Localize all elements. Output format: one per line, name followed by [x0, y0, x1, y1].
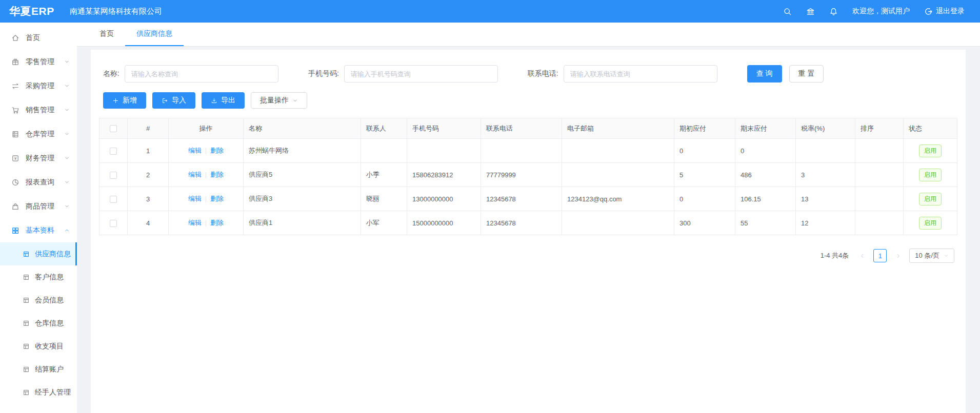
delete-link[interactable]: 删除	[210, 171, 224, 178]
delete-link[interactable]: 删除	[210, 219, 224, 226]
sidebar-item-报表查询[interactable]: 报表查询	[0, 170, 77, 194]
batch-actions-button[interactable]: 批量操作	[251, 92, 307, 109]
tab-首页[interactable]: 首页	[88, 23, 125, 46]
chevron-down-icon	[64, 107, 70, 113]
bell-icon[interactable]	[829, 7, 838, 16]
table-row: 3编辑删除供应商3晓丽13000000000123456781234123@qq…	[99, 187, 957, 211]
document-icon	[23, 274, 30, 281]
sidebar-item-label: 销售管理	[26, 106, 54, 115]
sidebar-subitem-仓库信息[interactable]: 仓库信息	[0, 312, 77, 335]
tab-供应商信息[interactable]: 供应商信息	[125, 23, 184, 46]
cell-sort	[855, 163, 904, 187]
search-icon[interactable]	[783, 7, 792, 16]
row-index: 2	[128, 163, 169, 187]
content-area: 名称:手机号码:联系电话: 查 询 重 置 新增 导入 导出	[77, 47, 980, 413]
logout-button[interactable]: 退出登录	[924, 7, 965, 16]
status-badge[interactable]: 启用	[919, 144, 942, 157]
cell-phone	[407, 139, 481, 163]
sidebar-item-零售管理[interactable]: 零售管理	[0, 50, 77, 74]
query-button-label: 查 询	[756, 69, 773, 78]
sales-icon	[11, 106, 19, 114]
filter-label: 联系电话:	[528, 69, 558, 78]
page-size-select[interactable]: 10 条/页	[909, 249, 954, 263]
filter-input-0[interactable]	[125, 65, 278, 82]
row-checkbox[interactable]	[110, 172, 117, 179]
chevron-down-icon	[944, 253, 949, 258]
add-button[interactable]: 新增	[103, 92, 146, 109]
sidebar-subitem-结算账户[interactable]: 结算账户	[0, 358, 77, 381]
sidebar-item-基本资料[interactable]: 基本资料	[0, 218, 77, 242]
cell-name: 供应商3	[244, 187, 361, 211]
edit-link[interactable]: 编辑	[188, 195, 202, 202]
sidebar-subitem-经手人管理[interactable]: 经手人管理	[0, 381, 77, 404]
bank-icon[interactable]	[806, 7, 815, 16]
row-select-cell	[99, 187, 128, 211]
sidebar-subitem-会员信息[interactable]: 会员信息	[0, 288, 77, 312]
delete-link[interactable]: 删除	[210, 147, 224, 154]
query-button[interactable]: 查 询	[747, 65, 782, 82]
row-checkbox[interactable]	[110, 196, 117, 203]
edit-link[interactable]: 编辑	[188, 147, 202, 154]
row-checkbox[interactable]	[110, 148, 117, 155]
cell-phone: 15000000000	[407, 211, 481, 235]
logout-label: 退出登录	[936, 7, 965, 16]
finance-icon: ¥	[11, 154, 19, 162]
filter-input-1[interactable]	[344, 65, 498, 82]
status-badge[interactable]: 启用	[919, 193, 942, 205]
cell-sort	[855, 139, 904, 163]
cell-tax	[796, 139, 855, 163]
sidebar-subitem-客户信息[interactable]: 客户信息	[0, 265, 77, 288]
chevron-down-icon	[64, 131, 70, 137]
import-button[interactable]: 导入	[152, 92, 195, 109]
column-header-期末应付: 期末应付	[735, 118, 796, 139]
cell-status: 启用	[904, 163, 957, 187]
sidebar-item-财务管理[interactable]: ¥财务管理	[0, 146, 77, 170]
delete-link[interactable]: 删除	[210, 195, 224, 202]
export-button[interactable]: 导出	[202, 92, 245, 109]
select-all-checkbox[interactable]	[110, 125, 117, 132]
import-button-label: 导入	[172, 96, 186, 105]
cell-tax: 12	[796, 211, 855, 235]
filter-label: 名称:	[103, 69, 119, 78]
basedata-icon	[11, 226, 19, 235]
sidebar-item-仓库管理[interactable]: 仓库管理	[0, 122, 77, 146]
column-header-期初应付: 期初应付	[674, 118, 735, 139]
sidebar-subitem-收支项目[interactable]: 收支项目	[0, 335, 77, 358]
status-badge[interactable]: 启用	[919, 169, 942, 181]
app-logo[interactable]: 华夏ERP	[0, 4, 66, 18]
chevron-down-icon	[64, 59, 70, 65]
edit-link[interactable]: 编辑	[188, 219, 202, 226]
row-checkbox[interactable]	[110, 220, 117, 227]
welcome-user[interactable]: 欢迎您，测试用户	[852, 7, 910, 16]
filter-input-2[interactable]	[564, 65, 717, 82]
supplier-table: #操作名称联系人手机号码联系电话电子邮箱期初应付期末应付税率(%)排序状态 1编…	[99, 118, 957, 235]
prev-page-button[interactable]	[856, 250, 868, 262]
cell-sort	[855, 211, 904, 235]
goods-icon	[11, 202, 19, 211]
sidebar-item-label: 采购管理	[26, 81, 54, 91]
cell-closing: 486	[735, 163, 796, 187]
sidebar-subitem-供应商信息[interactable]: 供应商信息	[0, 242, 77, 265]
sidebar-subitem-label: 仓库信息	[35, 319, 64, 328]
report-icon	[11, 178, 19, 187]
sidebar-item-采购管理[interactable]: 采购管理	[0, 74, 77, 98]
app-logo-en: ERP	[31, 5, 54, 17]
sidebar-item-销售管理[interactable]: 销售管理	[0, 98, 77, 122]
sidebar-item-首页[interactable]: 首页	[0, 26, 77, 50]
cell-status: 启用	[904, 187, 957, 211]
cell-name: 供应商5	[244, 163, 361, 187]
app-logo-cn: 华夏	[9, 5, 31, 17]
cell-tel: 12345678	[481, 211, 562, 235]
column-header-手机号码: 手机号码	[407, 118, 481, 139]
cell-status: 启用	[904, 139, 957, 163]
sidebar-item-商品管理[interactable]: 商品管理	[0, 194, 77, 218]
row-actions: 编辑删除	[169, 211, 244, 235]
page-size-value: 10 条/页	[915, 251, 939, 260]
next-page-button[interactable]	[892, 250, 904, 262]
reset-button[interactable]: 重 置	[789, 65, 824, 82]
cell-tel: 77779999	[481, 163, 562, 187]
page-number-button[interactable]: 1	[873, 249, 887, 262]
edit-link[interactable]: 编辑	[188, 171, 202, 178]
status-badge[interactable]: 启用	[919, 217, 942, 230]
tab-label: 首页	[99, 29, 114, 38]
